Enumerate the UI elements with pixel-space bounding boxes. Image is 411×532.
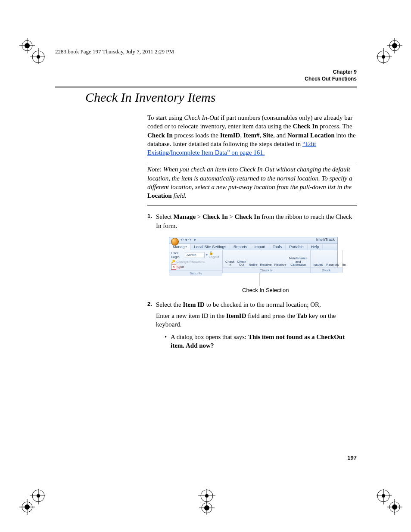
svg-point-17 xyxy=(37,494,40,498)
tab-local-site-settings[interactable]: Local Site Settings xyxy=(191,244,230,250)
user-login-input[interactable]: Admin xyxy=(185,252,205,258)
ribbon-screenshot: ↶ ▾ ↷ ▾ IntelliTrack Manage Local Site S… xyxy=(169,237,357,293)
svg-point-16 xyxy=(32,490,44,502)
svg-point-3 xyxy=(25,43,30,48)
tab-portable[interactable]: Portable xyxy=(286,244,308,250)
check-in-button[interactable]: CheckIn xyxy=(224,260,235,267)
receipts-button[interactable]: Receipts xyxy=(325,263,340,267)
step-1: 1. Select Manage > Check In > Check In f… xyxy=(147,212,357,230)
close-icon: ✕ xyxy=(171,264,176,270)
issues-button[interactable]: Issues xyxy=(312,263,324,267)
svg-point-12 xyxy=(377,51,389,63)
note-block: Note: When you check an item into Check … xyxy=(147,165,357,200)
reserve-button[interactable]: Reserve xyxy=(274,263,287,267)
retire-button[interactable]: Retire xyxy=(248,263,258,267)
svg-point-0 xyxy=(22,40,32,51)
sub-bullet: • A dialog box opens that says: This ite… xyxy=(165,333,357,350)
group-label-checkin: Check In xyxy=(223,268,310,273)
svg-point-33 xyxy=(205,494,209,498)
crop-header-text: 2283.book Page 197 Thursday, July 7, 201… xyxy=(55,48,174,55)
ite-button[interactable]: Ite xyxy=(341,263,347,267)
tab-help[interactable]: Help xyxy=(308,244,323,250)
office-orb-icon[interactable] xyxy=(171,238,179,246)
logout-button[interactable]: 🔒 Logout xyxy=(209,251,221,259)
svg-point-29 xyxy=(392,504,397,510)
quick-access-toolbar[interactable]: ↶ ▾ ↷ ▾ xyxy=(181,238,196,242)
maintenance-button[interactable]: Maintenanceand Calibration xyxy=(288,257,308,267)
tab-import[interactable]: Import xyxy=(251,244,270,250)
running-head-chapter: Chapter 9 xyxy=(55,69,357,76)
quit-button[interactable]: ✕ Quit xyxy=(171,264,221,270)
user-login-label: User Login xyxy=(171,251,184,259)
change-password-button: 🔑 Change Password xyxy=(171,260,221,264)
svg-point-25 xyxy=(382,494,385,498)
crop-mark-icon xyxy=(19,489,45,515)
svg-point-21 xyxy=(25,504,30,510)
page-number: 197 xyxy=(347,454,357,461)
head-rule xyxy=(55,87,357,87)
svg-point-24 xyxy=(377,490,389,502)
crop-mark-icon xyxy=(377,489,402,515)
ribbon-tabs: Manage Local Site Settings Reports Impor… xyxy=(169,244,337,250)
tab-reports[interactable]: Reports xyxy=(230,244,251,250)
step-number: 1. xyxy=(147,212,156,230)
svg-point-9 xyxy=(392,43,397,48)
section-title: Check In Inventory Items xyxy=(85,90,357,105)
step-2: 2. Select the Item ID to be checked in t… xyxy=(147,300,357,350)
running-head-title: Check Out Functions xyxy=(55,76,357,83)
check-out-button[interactable]: CheckOut xyxy=(236,260,247,267)
note-rule-top xyxy=(147,163,357,163)
svg-point-7 xyxy=(37,55,40,59)
user-login-dropdown-icon[interactable]: ▾ xyxy=(206,253,208,257)
crop-mark-icon xyxy=(19,38,45,64)
group-label-stock: Stock xyxy=(311,268,342,273)
intro-paragraph: To start using Check In-Out if part numb… xyxy=(147,113,357,157)
step-number: 2. xyxy=(147,300,156,350)
receive-button[interactable]: Receive xyxy=(259,263,273,267)
svg-point-4 xyxy=(32,51,44,63)
app-title: IntelliTrack xyxy=(316,237,335,242)
tab-tools[interactable]: Tools xyxy=(269,244,286,250)
crop-mark-icon xyxy=(377,38,402,64)
callout-caption: Check In Selection xyxy=(242,287,357,293)
note-rule-bottom xyxy=(147,205,357,205)
callout-line xyxy=(259,273,259,286)
svg-point-20 xyxy=(22,502,32,512)
group-label-security: Security xyxy=(169,271,222,276)
svg-point-37 xyxy=(204,505,209,510)
svg-point-28 xyxy=(389,502,400,512)
svg-point-32 xyxy=(201,490,213,502)
svg-point-13 xyxy=(382,55,385,59)
svg-point-36 xyxy=(202,503,212,513)
running-head: Chapter 9 Check Out Functions xyxy=(55,69,357,82)
crop-mark-icon xyxy=(194,489,220,515)
svg-point-8 xyxy=(389,40,400,51)
